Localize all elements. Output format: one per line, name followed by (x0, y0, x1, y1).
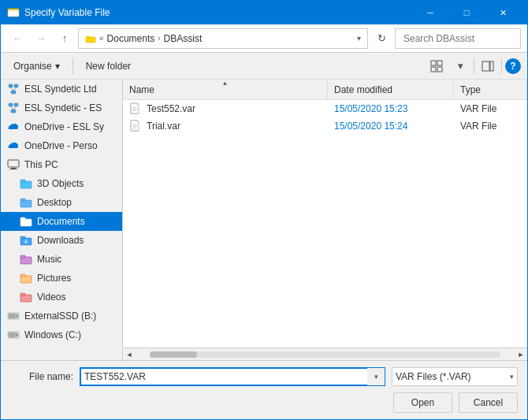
sidebar-item-pictures[interactable]: Pictures (1, 269, 122, 288)
sidebar-item-desktop[interactable]: Desktop (1, 193, 122, 212)
sidebar-label: Documents (37, 216, 85, 227)
window-title: Specify Variable File (24, 7, 412, 18)
filename-label: File name: (10, 371, 73, 382)
main-window: Specify Variable File ─ □ ✕ ← → ↑ « Docu… (0, 0, 528, 420)
minimize-button[interactable]: ─ (412, 1, 448, 24)
svg-rect-24 (9, 169, 17, 169)
col-header-type[interactable]: Type (454, 80, 527, 99)
col-header-name[interactable]: ▲ Name (123, 80, 328, 99)
sidebar-item-this-pc[interactable]: This PC (1, 155, 122, 174)
refresh-button[interactable]: ↻ (371, 28, 392, 49)
sidebar-item-onedrive-esl[interactable]: OneDrive - ESL Sy (1, 117, 122, 136)
scroll-left-button[interactable]: ◄ (123, 348, 136, 361)
path-documents: Documents (107, 33, 155, 44)
svg-line-20 (11, 106, 14, 110)
forward-button[interactable]: → (31, 28, 51, 49)
sidebar-label: Music (37, 254, 61, 265)
sidebar-item-onedrive-personal[interactable]: OneDrive - Perso (1, 136, 122, 155)
cancel-button[interactable]: Cancel (459, 392, 518, 413)
network-icon2 (7, 102, 20, 114)
sidebar-label: OneDrive - Perso (24, 140, 98, 151)
bottom-bar: File name: ▾ VAR Files (*.VAR) ▾ Open Ca… (1, 360, 527, 419)
sidebar-item-esl-syndetic-ltd[interactable]: ESL Syndetic Ltd (1, 80, 122, 98)
sidebar-item-videos[interactable]: Videos (1, 288, 122, 307)
view-dropdown-button[interactable]: ▾ (450, 56, 470, 76)
downloads-icon (20, 234, 32, 247)
svg-line-15 (11, 87, 14, 91)
sidebar-item-music[interactable]: Music (1, 250, 122, 269)
sidebar-item-downloads[interactable]: Downloads (1, 231, 122, 250)
close-button[interactable]: ✕ (485, 1, 521, 24)
organise-button[interactable]: Organise ▾ (7, 56, 66, 76)
horizontal-scrollbar[interactable]: ◄ ► (123, 348, 527, 360)
file-type-test552: VAR File (454, 103, 527, 114)
file-item-trial[interactable]: Trial.var 15/05/2020 15:24 VAR File (123, 117, 527, 135)
svg-rect-25 (20, 181, 32, 188)
maximize-button[interactable]: □ (448, 1, 485, 24)
toolbar: Organise ▾ New folder ▾ (1, 53, 527, 80)
filename-input[interactable] (80, 367, 385, 386)
open-button[interactable]: Open (393, 392, 452, 413)
col-header-date[interactable]: Date modified (328, 80, 454, 99)
sidebar-item-windows-c[interactable]: Windows (C:) (1, 325, 122, 344)
address-path[interactable]: « Documents › DBAssist ▾ (78, 28, 368, 49)
cloud-icon (7, 121, 20, 133)
drive-icon (7, 310, 20, 322)
preview-pane-button[interactable] (478, 56, 498, 76)
file-date-trial: 15/05/2020 15:24 (328, 121, 454, 132)
filename-input-wrapper: ▾ (80, 367, 385, 386)
sidebar: ESL Syndetic Ltd ESL Syndetic - ES One (1, 80, 123, 360)
sidebar-label: Windows (C:) (24, 329, 81, 340)
sidebar-label: This PC (24, 159, 58, 170)
sidebar-item-3d-objects[interactable]: 3D Objects (1, 174, 122, 193)
help-button[interactable]: ? (505, 58, 521, 74)
sidebar-label: ESL Syndetic Ltd (24, 84, 97, 95)
filename-dropdown-button[interactable]: ▾ (367, 368, 385, 385)
svg-rect-36 (20, 274, 25, 277)
svg-line-16 (13, 87, 17, 91)
sidebar-label: ExternalSSD (B:) (24, 310, 96, 322)
sidebar-item-esl-syndetic-es[interactable]: ESL Syndetic - ES (1, 98, 122, 117)
preview-pane-icon (482, 60, 494, 72)
scroll-thumb[interactable] (150, 351, 197, 358)
search-input[interactable] (403, 33, 522, 44)
network-icon (7, 83, 20, 95)
sidebar-label: OneDrive - ESL Sy (24, 121, 104, 132)
svg-rect-10 (482, 61, 489, 71)
svg-rect-13 (14, 84, 18, 87)
desktop-icon (20, 196, 32, 209)
svg-rect-30 (20, 217, 25, 220)
documents-icon (20, 215, 32, 228)
svg-point-41 (16, 315, 18, 318)
back-button[interactable]: ← (7, 28, 28, 49)
sidebar-item-external-ssd[interactable]: ExternalSSD (B:) (1, 307, 122, 325)
svg-rect-35 (20, 276, 32, 283)
svg-rect-3 (86, 37, 95, 43)
videos-icon (20, 291, 32, 303)
svg-rect-14 (11, 91, 16, 94)
svg-rect-37 (20, 295, 32, 302)
sidebar-item-documents[interactable]: Documents (1, 212, 122, 231)
svg-point-44 (16, 334, 18, 336)
up-button[interactable]: ↑ (54, 28, 75, 49)
file-date-test552: 15/05/2020 15:23 (328, 103, 454, 114)
scroll-right-button[interactable]: ► (515, 348, 527, 361)
svg-line-21 (13, 106, 17, 110)
svg-rect-40 (9, 314, 15, 318)
search-box[interactable] (395, 28, 521, 49)
file-area: ▲ Name Date modified Type (123, 80, 527, 360)
view-tiles-button[interactable] (426, 56, 447, 76)
svg-rect-46 (132, 107, 137, 108)
svg-rect-22 (8, 160, 19, 167)
sidebar-label: Pictures (37, 273, 71, 284)
scroll-track[interactable] (150, 351, 500, 358)
address-bar: ← → ↑ « Documents › DBAssist ▾ ↻ (1, 24, 527, 53)
path-dropdown-arrow[interactable]: ▾ (357, 34, 361, 43)
toolbar-separator (73, 58, 73, 74)
new-folder-button[interactable]: New folder (80, 56, 137, 76)
file-item-test552[interactable]: Test552.var 15/05/2020 15:23 VAR File (123, 100, 527, 117)
sidebar-label: Videos (37, 292, 65, 303)
sidebar-label: ESL Syndetic - ES (24, 102, 102, 113)
filetype-select[interactable]: VAR Files (*.VAR) ▾ (392, 367, 518, 386)
window-icon (7, 6, 20, 19)
